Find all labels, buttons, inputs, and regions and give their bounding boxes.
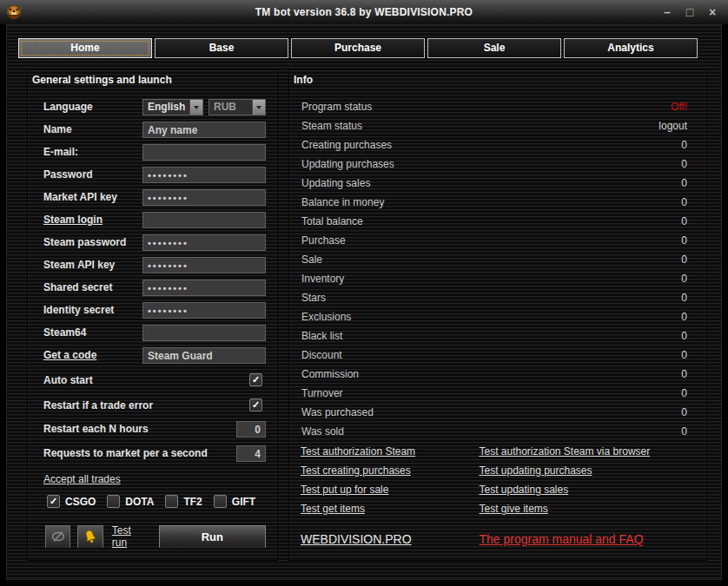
test-run-link[interactable]: Test run <box>112 524 149 549</box>
test-updating-purchases-link[interactable]: Test updating purchases <box>479 464 592 477</box>
get-a-code-link[interactable]: Get a code <box>43 347 96 364</box>
game-filters-row: ✓ CSGO DOTA TF2 GIFT <box>43 493 266 510</box>
restart-trade-error-checkbox[interactable]: ✓ <box>249 398 262 412</box>
auto-start-row: Auto start ✓ <box>43 372 266 389</box>
info-row: Was purchased 0 <box>290 403 705 422</box>
accept-all-trades-row: Accept all trades <box>43 471 266 487</box>
market-api-key-row: Market API key <box>43 189 266 206</box>
shared-secret-label: Shared secret <box>43 280 112 296</box>
name-input[interactable] <box>142 122 266 138</box>
steam-guard-code-input[interactable] <box>142 347 266 364</box>
language-value: English <box>143 100 189 115</box>
title-bar[interactable]: TM bot version 36.8 by WEBDIVISION.PRO –… <box>0 0 728 24</box>
test-updating-sales-link[interactable]: Test updating sales <box>479 484 568 496</box>
steam-api-key-input[interactable] <box>142 257 266 273</box>
chevron-down-icon[interactable] <box>252 100 265 115</box>
manual-faq-link[interactable]: The program manual and FAQ <box>479 532 643 546</box>
language-select[interactable]: English <box>142 99 203 115</box>
accept-all-trades-link[interactable]: Accept all trades <box>43 473 121 485</box>
test-authorization-steam-link[interactable]: Test authorization Steam <box>301 442 475 461</box>
currency-select[interactable]: RUB <box>208 99 266 115</box>
dota-option: DOTA <box>107 495 154 508</box>
shared-secret-row: Shared secret <box>43 280 266 296</box>
steam64-label: Steam64 <box>43 325 86 341</box>
info-row-steam-status: Steam status logout <box>290 116 705 135</box>
hide-password-button[interactable] <box>45 525 70 548</box>
eye-slash-icon <box>50 530 66 543</box>
steam-status-value: logout <box>659 116 687 135</box>
footer-links: WEBDIVISION.PRO The program manual and F… <box>301 531 698 547</box>
shared-secret-input[interactable] <box>142 280 266 296</box>
info-row: Turnover 0 <box>290 384 705 403</box>
window-title: TM bot version 36.8 by WEBDIVISION.PRO <box>0 6 728 18</box>
chevron-down-icon[interactable] <box>189 100 202 115</box>
close-button[interactable]: × <box>705 5 719 19</box>
email-input[interactable] <box>142 144 266 161</box>
password-label: Password <box>43 167 93 183</box>
notification-bell-button[interactable] <box>77 525 103 548</box>
info-row: Purchase 0 <box>290 231 705 250</box>
name-row: Name <box>43 122 266 138</box>
steam-password-input[interactable] <box>142 234 266 251</box>
steam-api-key-label: Steam API key <box>43 257 115 273</box>
auto-start-label: Auto start <box>43 372 93 389</box>
get-a-code-row: Get a code <box>43 347 266 364</box>
auto-start-checkbox[interactable]: ✓ <box>249 373 262 386</box>
gift-checkbox[interactable] <box>214 495 227 508</box>
tab-base[interactable]: Base <box>155 38 288 58</box>
info-row: Balance in money 0 <box>290 193 705 212</box>
tab-purchase[interactable]: Purchase <box>291 38 425 58</box>
restart-hours-input[interactable] <box>236 421 266 438</box>
info-row: Black list 0 <box>290 326 705 346</box>
test-creating-purchases-link[interactable]: Test creating purchases <box>301 461 475 480</box>
tab-bar: Home Base Purchase Sale Analytics <box>18 38 698 58</box>
restart-hours-row: Restart each N hours <box>43 421 266 438</box>
app-window: TM bot version 36.8 by WEBDIVISION.PRO –… <box>0 0 728 586</box>
market-api-key-input[interactable] <box>142 189 266 206</box>
general-settings-title: General settings and launch <box>32 74 172 86</box>
gift-option: GIFT <box>214 495 255 508</box>
info-panel: Info Program status Off! Steam status lo… <box>288 69 707 561</box>
tf2-checkbox[interactable] <box>165 495 178 508</box>
dota-label: DOTA <box>125 496 154 508</box>
requests-per-second-input[interactable] <box>236 445 266 462</box>
window-controls: – □ × <box>660 0 719 24</box>
tab-sale[interactable]: Sale <box>427 38 561 58</box>
csgo-checkbox[interactable]: ✓ <box>47 495 60 508</box>
password-row: Password <box>43 167 266 183</box>
steam-login-input[interactable] <box>142 212 266 228</box>
maximize-button[interactable]: □ <box>683 5 697 19</box>
steam-login-row: Steam login <box>43 212 266 228</box>
program-status-value: Off! <box>671 97 687 116</box>
webdivision-link[interactable]: WEBDIVISION.PRO <box>301 532 475 546</box>
requests-per-second-row: Requests to market per a second <box>43 445 266 462</box>
general-settings-panel: General settings and launch Language Eng… <box>27 69 278 561</box>
language-row: Language English RUB <box>43 99 266 115</box>
steam-login-link[interactable]: Steam login <box>43 212 103 228</box>
restart-hours-label: Restart each N hours <box>43 421 149 438</box>
password-input[interactable] <box>142 167 266 183</box>
email-label: E-mail: <box>43 144 78 161</box>
test-give-items-link[interactable]: Test give items <box>479 503 547 515</box>
run-button[interactable]: Run <box>159 525 266 548</box>
info-row: Updating sales 0 <box>290 174 705 193</box>
restart-trade-error-row: Restart if a trade error ✓ <box>43 398 266 414</box>
steam64-input[interactable] <box>142 325 266 341</box>
tf2-option: TF2 <box>165 495 202 508</box>
gift-label: GIFT <box>232 496 255 508</box>
tab-analytics[interactable]: Analytics <box>564 38 698 58</box>
minimize-button[interactable]: – <box>660 5 674 19</box>
tf2-label: TF2 <box>183 496 202 508</box>
test-links: Test authorization Steam Test authorizat… <box>301 441 698 517</box>
info-row: Updating purchases 0 <box>290 155 705 174</box>
test-get-items-link[interactable]: Test get items <box>301 499 475 518</box>
language-label: Language <box>43 99 93 115</box>
identity-secret-row: Identity secret <box>43 302 266 319</box>
tab-home[interactable]: Home <box>18 38 152 58</box>
info-row: Stars 0 <box>290 288 705 307</box>
dota-checkbox[interactable] <box>107 495 120 508</box>
test-authorization-browser-link[interactable]: Test authorization Steam via browser <box>479 445 650 458</box>
identity-secret-label: Identity secret <box>43 302 114 319</box>
test-put-up-for-sale-link[interactable]: Test put up for sale <box>301 480 475 499</box>
identity-secret-input[interactable] <box>142 302 266 319</box>
